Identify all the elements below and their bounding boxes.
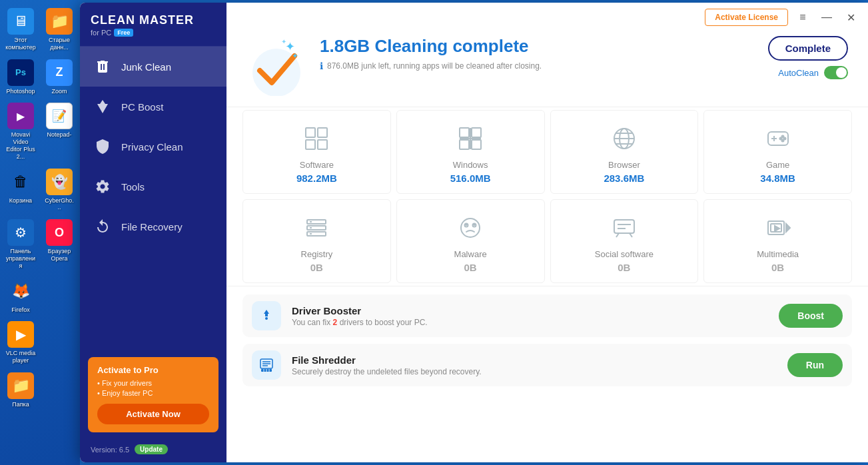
pc-boost-icon: [93, 97, 112, 116]
svg-text:✦: ✦: [292, 51, 298, 61]
autoclean-label: AutoClean: [778, 68, 819, 78]
hero-info: 1.8GB Cleaning complete ℹ 876.0MB junk l…: [320, 36, 755, 71]
software-icon: [300, 123, 332, 155]
activate-license-button[interactable]: Activate License: [705, 9, 788, 26]
multimedia-value: 0B: [771, 262, 784, 273]
privacy-clean-label: Privacy Clean: [121, 141, 183, 153]
menu-button[interactable]: ≡: [793, 8, 812, 27]
svg-rect-9: [472, 128, 481, 137]
grid-cell-browser[interactable]: Browser 283.6MB: [550, 110, 699, 194]
complete-button[interactable]: Complete: [768, 36, 848, 61]
sidebar-item-tools[interactable]: Tools: [80, 167, 226, 207]
hero-actions: Complete AutoClean: [768, 36, 848, 79]
autoclean-toggle[interactable]: [824, 66, 848, 79]
hero-checkmark-illustration: ✦ ✦ ✦: [246, 36, 306, 96]
browser-label: Browser: [608, 160, 640, 170]
run-button[interactable]: Run: [787, 353, 843, 377]
windows-icon: [454, 123, 486, 155]
boost-button[interactable]: Boost: [779, 304, 843, 328]
windows-label: Windows: [453, 160, 488, 170]
desktop-icon-zoom[interactable]: Z Zoom: [41, 57, 77, 98]
svg-marker-41: [786, 224, 790, 232]
minimize-button[interactable]: —: [817, 8, 836, 27]
desktop-icon-trash[interactable]: 🗑 Корзина: [3, 166, 39, 215]
svg-rect-5: [318, 128, 327, 137]
desktop-icon-vlc[interactable]: ▶ VLC media player: [3, 318, 39, 367]
sidebar-item-file-recovery[interactable]: File Recovery: [80, 207, 226, 246]
file-shredder-icon-wrap: [252, 350, 281, 380]
hero-subtitle: ℹ 876.0MB junk left, running apps will b…: [320, 61, 755, 71]
file-recovery-icon: [93, 217, 112, 236]
grid-cell-registry[interactable]: Registry 0B: [242, 199, 391, 283]
social-value: 0B: [618, 262, 630, 273]
sidebar-item-pc-boost[interactable]: PC Boost: [80, 87, 226, 127]
driver-booster-info: Driver Booster You can fix 2 drivers to …: [292, 305, 768, 327]
svg-point-35: [466, 224, 467, 225]
app-window: CLEAN MASTER for PC Free Junk Clean: [80, 3, 868, 462]
desktop-icon-photoshop[interactable]: Ps Photoshop: [3, 57, 39, 98]
svg-rect-37: [614, 220, 634, 233]
grid-cell-social[interactable]: Social software 0B: [550, 199, 699, 283]
svg-rect-11: [472, 140, 481, 149]
desktop-icon-folder[interactable]: 📁 Старые данн...: [41, 5, 77, 54]
tools-icon: [93, 177, 112, 196]
sidebar: CLEAN MASTER for PC Free Junk Clean: [80, 3, 226, 462]
svg-point-24: [779, 138, 781, 140]
sidebar-item-privacy-clean[interactable]: Privacy Clean: [80, 127, 226, 167]
desktop-icon-computer[interactable]: 🖥 Этот компьютер: [3, 5, 39, 54]
sidebar-footer: Version: 6.5 Update: [80, 439, 226, 462]
hero-size: 1.8GB: [320, 36, 370, 56]
game-label: Game: [766, 160, 789, 170]
sidebar-header: CLEAN MASTER for PC Free: [80, 3, 226, 47]
activate-now-button[interactable]: Activate Now: [97, 404, 209, 424]
registry-icon: [300, 212, 332, 244]
file-shredder-info: File Shredder Securely destroy the undel…: [292, 354, 777, 376]
pro-title: Activate to Pro: [97, 365, 209, 375]
malware-label: Malware: [454, 249, 487, 259]
grid-cell-software[interactable]: Software 982.2MB: [242, 110, 391, 194]
desktop-icon-folder2[interactable]: 📁 Папка: [3, 370, 39, 411]
social-label: Social software: [595, 249, 653, 259]
grid-cell-malware[interactable]: Malware 0B: [396, 199, 545, 283]
desktop-icon-movavi[interactable]: ▶ Movavi Video Editor Plus 2...: [3, 100, 39, 163]
file-shredder-desc: Securely destroy the undeleted files bey…: [292, 367, 777, 376]
browser-icon: [608, 123, 640, 155]
windows-value: 516.0MB: [450, 173, 491, 184]
svg-rect-7: [318, 140, 327, 149]
desktop-icon-opera[interactable]: O Браузер Opera: [41, 217, 77, 272]
desktop-icon-firefox[interactable]: 🦊 Firefox: [3, 275, 39, 316]
main-content: Activate License ≡ — ✕ ✦ ✦ ✦ 1.8GB: [226, 3, 868, 462]
svg-point-25: [781, 140, 783, 142]
sidebar-nav: Junk Clean PC Boost Privacy Clean: [80, 47, 226, 350]
multimedia-label: Multimedia: [757, 249, 799, 259]
update-badge[interactable]: Update: [135, 444, 168, 454]
driver-booster-icon-wrap: [252, 301, 281, 330]
svg-point-36: [474, 224, 475, 225]
svg-marker-43: [775, 226, 779, 231]
svg-point-45: [265, 317, 268, 320]
free-badge: Free: [114, 29, 133, 37]
svg-rect-10: [460, 140, 469, 149]
pro-item-drivers: Fix your drivers: [97, 379, 209, 387]
malware-value: 0B: [464, 262, 477, 273]
autoclean-row: AutoClean: [778, 66, 848, 79]
registry-value: 0B: [310, 262, 323, 273]
close-button[interactable]: ✕: [841, 8, 860, 27]
sidebar-item-junk-clean[interactable]: Junk Clean: [80, 47, 226, 87]
desktop-icon-control-panel[interactable]: ⚙ Панель управления: [3, 217, 39, 272]
grid-cell-windows[interactable]: Windows 516.0MB: [396, 110, 545, 194]
grid-cell-multimedia[interactable]: Multimedia 0B: [703, 199, 852, 283]
svg-text:✦: ✦: [281, 38, 286, 45]
grid-cell-game[interactable]: Game 34.8MB: [703, 110, 852, 194]
svg-point-22: [781, 136, 783, 138]
app-title: CLEAN MASTER: [91, 13, 216, 27]
multimedia-icon: [762, 212, 794, 244]
desktop-icon-notepad[interactable]: 📝 Notepad-: [41, 100, 77, 163]
pro-item-faster: Enjoy faster PC: [97, 389, 209, 397]
pc-boost-label: PC Boost: [121, 101, 163, 113]
browser-value: 283.6MB: [604, 173, 644, 184]
game-icon: [762, 123, 794, 155]
svg-point-32: [461, 219, 480, 237]
tool-row-driver-booster: Driver Booster You can fix 2 drivers to …: [242, 294, 852, 337]
desktop-icon-cyberghost[interactable]: 👻 CyberGho...: [41, 166, 77, 215]
